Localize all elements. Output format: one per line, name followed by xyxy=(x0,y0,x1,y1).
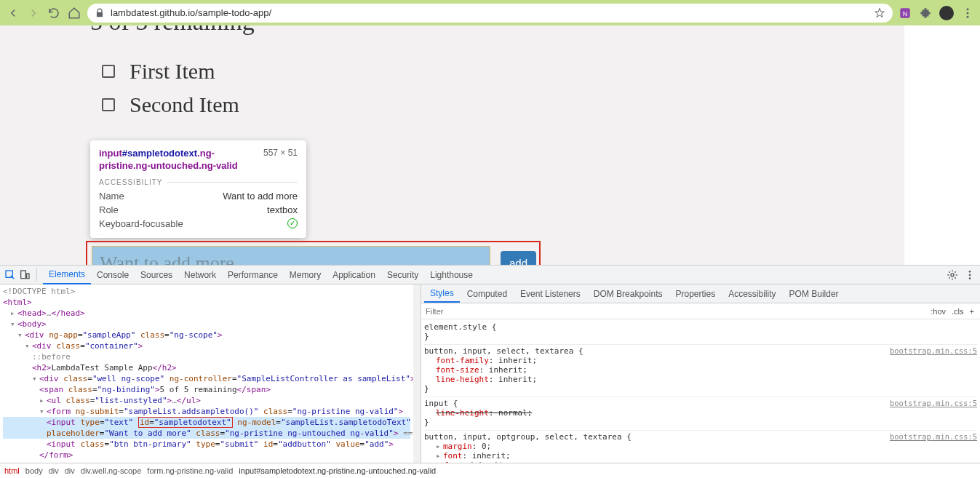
url-text: lambdatest.github.io/sample-todo-app/ xyxy=(111,7,868,18)
todo-item: First Item xyxy=(102,59,904,84)
svg-point-11 xyxy=(969,277,971,279)
tooltip-selector: input#sampletodotext.ng-pristine.ng-unto… xyxy=(99,148,263,172)
svg-text:N: N xyxy=(903,9,908,17)
elements-dom-panel[interactable]: <!DOCTYPE html><html>▸<head>…</head>▾<bo… xyxy=(0,284,413,463)
checkbox-icon[interactable] xyxy=(102,98,115,111)
extension-n-icon[interactable]: N xyxy=(899,7,912,20)
remaining-text: 5 of 5 remaining xyxy=(90,25,904,36)
lock-icon xyxy=(95,8,105,18)
menu-icon[interactable] xyxy=(961,7,974,20)
devtools-tab-network[interactable]: Network xyxy=(178,266,222,284)
styles-rules[interactable]: element.style {}bootstrap.min.css:5butto… xyxy=(421,319,980,463)
dom-line[interactable]: ::before xyxy=(3,351,410,362)
svg-rect-6 xyxy=(21,271,26,279)
dom-line[interactable]: ▾<div class="container"> xyxy=(3,340,410,351)
dom-line[interactable]: ▸<ul class="list-unstyled">…</ul> xyxy=(3,395,410,406)
svg-point-3 xyxy=(967,12,969,14)
css-block[interactable]: bootstrap.min.css:5button, input, optgro… xyxy=(424,431,977,463)
dom-line[interactable]: ▾<form ng-submit="sampleList.addsampleto… xyxy=(3,406,410,417)
scrollbar[interactable] xyxy=(413,284,421,463)
svg-point-4 xyxy=(967,15,969,17)
placeholder-text: Want to add more xyxy=(100,252,234,266)
dom-line[interactable]: ▾<div ng-app="sampleApp" class="ng-scope… xyxy=(3,330,410,340)
svg-point-8 xyxy=(951,274,954,276)
cls-toggle[interactable]: .cls xyxy=(952,307,964,316)
css-block[interactable]: element.style {} xyxy=(424,321,977,345)
tooltip-dimensions: 557 × 51 xyxy=(263,148,298,158)
breadcrumb-item[interactable]: input#sampletodotext.ng-pristine.ng-unto… xyxy=(239,466,436,475)
devtools-tab-elements[interactable]: Elements xyxy=(43,266,91,284)
dom-line[interactable]: ▾<div class="well ng-scope" ng-controlle… xyxy=(3,373,410,384)
reload-icon[interactable] xyxy=(47,6,61,20)
dom-line[interactable]: <html> xyxy=(3,297,410,308)
back-icon[interactable] xyxy=(6,6,20,20)
todo-item: Second Item xyxy=(102,92,904,117)
styles-tab-pom-builder[interactable]: POM Builder xyxy=(784,286,845,302)
styles-tab-event-listeners[interactable]: Event Listeners xyxy=(514,286,586,302)
extensions-icon[interactable] xyxy=(919,7,932,20)
check-icon: ✓ xyxy=(287,218,298,228)
tooltip-section-header: ACCESSIBILITY xyxy=(99,178,298,186)
css-block[interactable]: bootstrap.min.css:5button, input, select… xyxy=(424,345,977,397)
devtools-tab-console[interactable]: Console xyxy=(91,266,135,284)
checkbox-icon[interactable] xyxy=(102,65,115,78)
profile-avatar[interactable] xyxy=(939,6,954,20)
dom-line[interactable]: ▸<head>…</head> xyxy=(3,308,410,319)
styles-tab-accessibility[interactable]: Accessibility xyxy=(722,286,781,302)
dom-line[interactable]: <!DOCTYPE html> xyxy=(3,286,410,297)
forward-icon[interactable] xyxy=(26,6,41,20)
dom-line[interactable]: <h2>LambdaTest Sample App</h2> xyxy=(3,362,410,373)
devtools-menu-icon[interactable] xyxy=(964,269,976,281)
styles-tab-dom-breakpoints[interactable]: DOM Breakpoints xyxy=(588,286,669,302)
styles-tab-computed[interactable]: Computed xyxy=(461,286,513,302)
star-icon[interactable] xyxy=(874,7,885,19)
svg-point-2 xyxy=(967,8,969,10)
todo-list: First Item Second Item xyxy=(90,59,904,117)
styles-filter-input[interactable] xyxy=(421,306,925,317)
svg-point-9 xyxy=(969,271,971,273)
dom-line[interactable]: </div> xyxy=(3,461,410,463)
elements-breadcrumb: htmlbodydivdivdiv.well.ng-scopeform.ng-p… xyxy=(0,463,980,477)
breadcrumb-item[interactable]: form.ng-pristine.ng-valid xyxy=(147,466,233,475)
devtools-tab-performance[interactable]: Performance xyxy=(222,266,284,284)
dom-line[interactable]: <span class="ng-binding">5 of 5 remainin… xyxy=(3,384,410,395)
devtools-tab-memory[interactable]: Memory xyxy=(284,266,327,284)
dom-line[interactable]: <input type="text" id="sampletodotext" n… xyxy=(3,417,410,428)
breadcrumb-item[interactable]: div.well.ng-scope xyxy=(81,466,142,475)
breadcrumb-item[interactable]: html xyxy=(4,466,20,475)
dom-line[interactable]: </form> xyxy=(3,450,410,461)
chrome-right-icons: N xyxy=(899,6,974,20)
new-style-icon[interactable]: + xyxy=(970,307,974,316)
dom-line[interactable]: ▾<body> xyxy=(3,319,410,330)
styles-filter-row: :hov .cls + xyxy=(421,303,980,319)
todo-label: Second Item xyxy=(130,92,239,117)
add-button[interactable]: add xyxy=(501,251,536,265)
devtools-tab-sources[interactable]: Sources xyxy=(135,266,178,284)
devtools-tab-lighthouse[interactable]: Lighthouse xyxy=(424,266,479,284)
page-viewport: 5 of 5 remaining First Item Second Item … xyxy=(0,25,980,265)
tooltip-row: Keyboard-focusable✓ xyxy=(99,217,298,231)
dom-line[interactable]: placeholder="Want to add more" class="ng… xyxy=(3,428,410,439)
devtools-tab-security[interactable]: Security xyxy=(381,266,424,284)
styles-tabs: StylesComputedEvent ListenersDOM Breakpo… xyxy=(421,284,980,303)
device-toolbar-icon[interactable] xyxy=(19,269,31,281)
todo-input-highlighted[interactable]: Want to add more xyxy=(92,246,490,265)
styles-tab-styles[interactable]: Styles xyxy=(424,285,460,303)
svg-point-10 xyxy=(969,274,971,276)
breadcrumb-item[interactable]: div xyxy=(49,466,59,475)
todo-label: First Item xyxy=(130,59,215,84)
devtools-tab-application[interactable]: Application xyxy=(327,266,381,284)
url-bar[interactable]: lambdatest.github.io/sample-todo-app/ xyxy=(87,4,893,23)
css-block[interactable]: bootstrap.min.css:5input {line-height: n… xyxy=(424,397,977,431)
breadcrumb-item[interactable]: div xyxy=(65,466,75,475)
browser-toolbar: lambdatest.github.io/sample-todo-app/ N xyxy=(0,0,980,25)
home-icon[interactable] xyxy=(67,6,81,20)
dom-line[interactable]: <input class="btn btn-primary" type="sub… xyxy=(3,439,410,450)
svg-rect-7 xyxy=(27,274,29,279)
tooltip-row: Roletextbox xyxy=(99,203,298,217)
inspect-element-icon[interactable] xyxy=(4,269,16,281)
hov-toggle[interactable]: :hov xyxy=(931,307,946,316)
breadcrumb-item[interactable]: body xyxy=(25,466,43,475)
devtools-settings-icon[interactable] xyxy=(947,269,958,281)
styles-tab-properties[interactable]: Properties xyxy=(669,286,721,302)
